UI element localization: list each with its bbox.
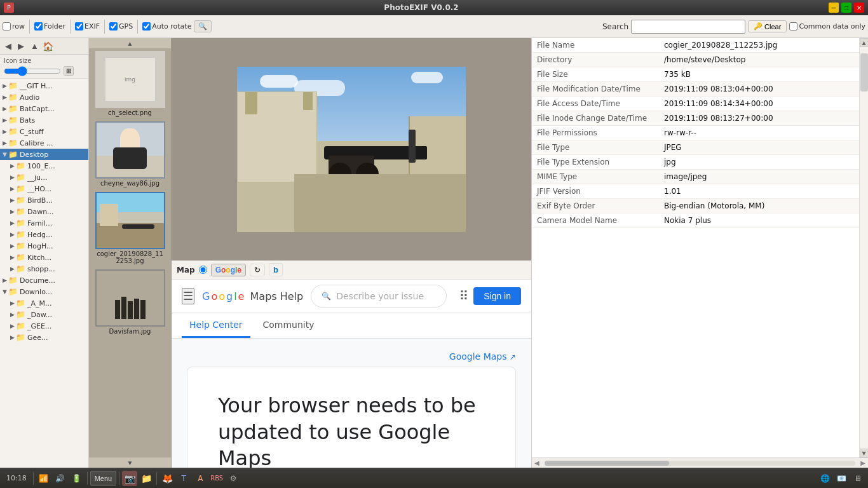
tree-item[interactable]: ▶📁__ju... [0, 172, 88, 183]
vscroll-up-button[interactable]: ▲ [860, 38, 869, 47]
exif-value: jpg [659, 155, 859, 170]
gmaps-tab-community[interactable]: Community [255, 313, 322, 338]
gmaps-grid-icon[interactable]: ⠿ [459, 288, 469, 304]
common-data-checkbox[interactable]: Common data only [789, 22, 865, 30]
google-maps-button[interactable]: Google [211, 264, 246, 276]
thumbnail-area: ▲ img ch_select.png cheyne_way86.jpg [89, 38, 172, 468]
map-refresh-button[interactable]: ↻ [250, 264, 265, 276]
taskbar-tray-1[interactable]: 🌐 [817, 471, 832, 486]
taskbar-photoexif-icon[interactable]: 📷 [122, 471, 137, 486]
tree-item[interactable]: ▶📁BirdB... [0, 194, 88, 206]
gmaps-signin-button[interactable]: Sign in [473, 287, 521, 305]
home-icon[interactable]: 🏠 [43, 41, 53, 51]
gmaps-menu-button[interactable]: ☰ [182, 288, 194, 304]
folder-icon: 📁 [8, 139, 18, 147]
nav-forward-button[interactable]: ▶ [15, 40, 27, 52]
taskbar-rbs-icon[interactable]: RBS [209, 471, 224, 486]
taskbar-files-icon[interactable]: 📁 [139, 471, 154, 486]
taskbar-draw-icon[interactable]: A [193, 471, 208, 486]
tree-item[interactable]: ▶📁Dawn... [0, 206, 88, 217]
tree-item[interactable]: ▶📁__GIT H... [0, 80, 88, 92]
tree-item[interactable]: ▶📁Kitch... [0, 252, 88, 263]
exif-value: JPEG [659, 140, 859, 155]
thumb-scroll-down-button[interactable]: ▼ [89, 458, 171, 468]
tree-item[interactable]: ▶📁_GEE... [0, 320, 88, 332]
tree-item[interactable]: ▶📁Calibre ... [0, 137, 88, 149]
taskbar-icon-network[interactable]: 📶 [36, 471, 51, 486]
tree-item[interactable]: ▶📁Docume... [0, 274, 88, 286]
tree-item[interactable]: ▶📁__HO... [0, 183, 88, 194]
center-panel: Map Google ↻ b ☰ Google Maps Help [172, 38, 531, 468]
icon-expand-button[interactable]: ⊞ [64, 66, 74, 76]
taskbar-text-icon[interactable]: T [176, 471, 191, 486]
thumbnail-item-selected[interactable]: cogier_20190828_112253.jpg [95, 192, 165, 264]
gmaps-search-box[interactable]: 🔍 Describe your issue [311, 285, 446, 308]
thumbnail-item[interactable]: Davisfam.jpg [95, 269, 165, 335]
gmaps-search-icon: 🔍 [322, 292, 331, 301]
expand-arrow-icon: ▶ [10, 254, 15, 261]
google-maps-external-link[interactable]: Google Maps ↗ [449, 351, 516, 362]
tree-item[interactable]: ▶📁C_stuff [0, 126, 88, 137]
folder-checkbox[interactable]: Folder [34, 22, 65, 30]
gps-checkbox[interactable]: GPS [109, 22, 133, 30]
vscroll-thumb[interactable] [860, 53, 868, 92]
taskbar-tray-2[interactable]: 📧 [834, 471, 849, 486]
tree-item[interactable]: ▶📁_Daw... [0, 309, 88, 320]
tree-item[interactable]: ▶📁Audio [0, 92, 88, 103]
tree-item[interactable]: ▶📁Famil... [0, 217, 88, 229]
tree-item[interactable]: ▶📁BatCapt... [0, 103, 88, 114]
thumb-scroll-up-button[interactable]: ▲ [89, 38, 171, 48]
tree-item[interactable]: ▶📁Bats [0, 114, 88, 126]
toolbar-separator-4 [137, 20, 138, 34]
view-button[interactable]: 🔍 [194, 20, 212, 32]
taskbar-misc-icon[interactable]: ⚙ [226, 471, 241, 486]
clear-button[interactable]: 🔑 Clear [748, 20, 787, 32]
exif-row: File Inode Change Date/Time2019:11:09 08… [532, 111, 859, 126]
taskbar-tray-3[interactable]: 🖥 [850, 471, 865, 486]
tree-item[interactable]: ▼📁Desktop [0, 149, 88, 160]
hscroll-left-arrow[interactable]: ◀ [532, 459, 542, 466]
map-radio[interactable] [199, 266, 207, 274]
minimize-button[interactable]: ─ [829, 3, 839, 13]
search-input[interactable] [631, 20, 745, 34]
exif-key: File Access Date/Time [532, 97, 659, 111]
taskbar-icon-battery[interactable]: 🔋 [69, 471, 85, 486]
exif-vertical-scrollbar[interactable]: ▲ ▼ [859, 38, 868, 458]
tree-item[interactable]: ▶📁100_E... [0, 160, 88, 172]
tree-item-label: Desktop [20, 151, 48, 159]
taskbar-firefox-icon[interactable]: 🦊 [159, 471, 175, 486]
expand-arrow-icon: ▶ [10, 231, 15, 238]
exif-value: 2019:11:09 08:14:34+00:00 [659, 97, 859, 111]
nav-back-button[interactable]: ◀ [3, 40, 14, 52]
exif-horizontal-scrollbar[interactable]: ◀ ▶ [532, 458, 868, 468]
thumbnail-item[interactable]: cheyne_way86.jpg [95, 121, 165, 187]
gmaps-tab-helpcenter[interactable]: Help Center [182, 313, 250, 338]
show-row-checkbox[interactable]: row [3, 22, 25, 30]
tree-item[interactable]: ▶📁Gee... [0, 332, 88, 343]
folder-label: Folder [44, 22, 65, 30]
maximize-button[interactable]: □ [841, 3, 851, 13]
exif-checkbox[interactable]: EXIF [75, 22, 100, 30]
vscroll-down-button[interactable]: ▼ [860, 449, 869, 458]
expand-arrow-icon: ▶ [10, 208, 15, 215]
thumbnail-image [95, 269, 165, 327]
taskbar-icon-audio[interactable]: 🔊 [53, 471, 68, 486]
tree-item[interactable]: ▶📁HogH... [0, 240, 88, 252]
exif-key: File Type Extension [532, 155, 659, 170]
bing-maps-button[interactable]: b [269, 263, 283, 276]
tree-item[interactable]: ▼📁Downlo... [0, 286, 88, 297]
close-button[interactable]: ✕ [854, 3, 864, 13]
taskbar-menu-button[interactable]: Menu [90, 471, 117, 486]
nav-up-button[interactable]: ▲ [28, 40, 41, 52]
autorotate-checkbox[interactable]: Auto rotate [142, 22, 191, 30]
thumbnail-item[interactable]: img ch_select.png [95, 51, 165, 116]
tree-item[interactable]: ▶📁_A_M... [0, 297, 88, 309]
maps-help-label: Maps Help [250, 290, 304, 302]
hscroll-thumb[interactable] [545, 461, 669, 466]
icon-size-slider[interactable] [4, 67, 61, 76]
exif-key: File Name [532, 38, 659, 53]
tree-item[interactable]: ▶📁shopp... [0, 263, 88, 274]
hscroll-right-arrow[interactable]: ▶ [858, 459, 868, 466]
tree-item[interactable]: ▶📁Hedg... [0, 229, 88, 240]
expand-arrow-icon: ▶ [10, 174, 15, 180]
